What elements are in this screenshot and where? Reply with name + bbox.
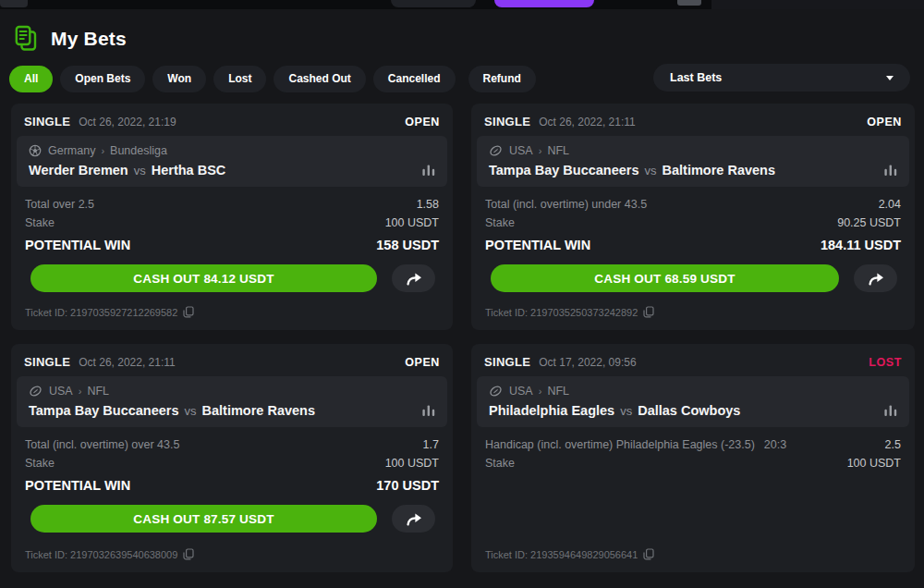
sort-dropdown-value: Last Bets	[670, 71, 722, 84]
copy-icon[interactable]	[643, 548, 654, 560]
teams-row: Tampa Bay Buccaneers vs Baltimore Ravens	[29, 403, 435, 418]
american-football-icon	[489, 385, 503, 398]
bet-card: SINGLE Oct 26, 2022, 21:11 OPEN USA › NF…	[11, 344, 453, 572]
card-actions: CASH OUT 68.59 USDT	[491, 264, 897, 292]
odds-value: 2.04	[879, 195, 901, 214]
league-separator: ›	[539, 386, 542, 397]
filter-tab-open-bets[interactable]: Open Bets	[60, 66, 145, 92]
filter-tab-won[interactable]: Won	[152, 66, 206, 92]
league-row: USA › NFL	[29, 385, 435, 398]
share-button[interactable]	[854, 264, 897, 292]
topbar-right-panel	[711, 0, 924, 9]
country-label: USA	[509, 144, 533, 157]
status-badge: LOST	[869, 356, 902, 369]
copy-icon[interactable]	[643, 306, 654, 318]
teams-row: Philadelphia Eagles vs Dallas Cowboys	[489, 403, 897, 418]
page-header: My Bets	[0, 9, 924, 54]
cash-out-button[interactable]: CASH OUT 68.59 USDT	[491, 264, 839, 292]
bet-type: SINGLE	[484, 355, 530, 369]
share-button[interactable]	[392, 505, 435, 533]
bet-type: SINGLE	[24, 355, 70, 369]
stake-label: Stake	[25, 214, 55, 232]
bet-card: SINGLE Oct 26, 2022, 21:11 OPEN USA › NF…	[471, 104, 915, 330]
away-team: Baltimore Ravens	[202, 403, 316, 418]
league-label: NFL	[547, 144, 569, 157]
bar-chart-icon[interactable]	[884, 405, 897, 416]
cash-out-button[interactable]: CASH OUT 87.57 USDT	[30, 505, 377, 533]
league-row: Germany › Bundesliga	[29, 144, 435, 157]
filter-tab-refund[interactable]: Refund	[468, 66, 536, 92]
stake-value: 100 USDT	[385, 454, 439, 472]
market-row: Total (incl. overtime) under 43.5 2.04	[485, 195, 901, 214]
filter-tab-lost[interactable]: Lost	[213, 66, 266, 92]
country-label: USA	[49, 385, 73, 398]
bar-chart-icon[interactable]	[884, 165, 897, 176]
vs-label: vs	[185, 404, 197, 418]
bet-card-header: SINGLE Oct 26, 2022, 21:11 OPEN	[471, 104, 915, 136]
bet-details: Total over 2.5 1.58 Stake 100 USDT POTEN…	[11, 187, 453, 255]
teams-row: Tampa Bay Buccaneers vs Baltimore Ravens	[489, 163, 897, 178]
bar-chart-icon[interactable]	[422, 405, 435, 416]
market-label: Total (incl. overtime) over 43.5	[25, 435, 179, 454]
filter-tab-all[interactable]: All	[9, 66, 53, 92]
potential-win-row: POTENTIAL WIN 184.11 USDT	[485, 235, 901, 255]
potential-win-label: POTENTIAL WIN	[25, 475, 130, 496]
topbar-purple-button-stub[interactable]	[494, 0, 594, 7]
stake-row: Stake 100 USDT	[25, 214, 439, 232]
share-arrow-icon	[404, 511, 424, 527]
league-label: NFL	[547, 385, 569, 398]
score-value: 20:3	[764, 435, 786, 454]
bet-date: Oct 26, 2022, 21:19	[79, 116, 176, 129]
bet-card-header: SINGLE Oct 26, 2022, 21:11 OPEN	[11, 344, 453, 376]
copy-icon[interactable]	[183, 548, 194, 560]
topbar-logo-stub	[0, 0, 28, 7]
country-label: Germany	[48, 144, 95, 157]
potential-win-value: 170 USDT	[376, 475, 439, 496]
market-label: Total over 2.5	[25, 195, 94, 214]
bet-details: Total (incl. overtime) under 43.5 2.04 S…	[471, 187, 915, 255]
away-team: Dallas Cowboys	[638, 403, 740, 418]
odds-value: 2.5	[885, 435, 901, 454]
bet-date: Oct 17, 2022, 09:56	[539, 356, 636, 369]
filter-tab-cashed-out[interactable]: Cashed Out	[274, 66, 365, 92]
league-separator: ›	[539, 145, 542, 156]
league-separator: ›	[79, 386, 82, 397]
share-button[interactable]	[392, 264, 435, 292]
american-football-icon	[29, 385, 43, 398]
stake-row: Stake 100 USDT	[25, 454, 439, 472]
league-label: NFL	[87, 385, 109, 398]
potential-win-value: 184.11 USDT	[821, 235, 901, 255]
market-left: Handicap (incl. overtime) Philadelphia E…	[485, 435, 786, 454]
stake-value: 100 USDT	[847, 454, 901, 472]
soccer-ball-icon	[29, 144, 42, 157]
bet-details: Total (incl. overtime) over 43.5 1.7 Sta…	[11, 427, 453, 496]
share-arrow-icon	[404, 271, 424, 287]
potential-win-value: 158 USDT	[376, 235, 439, 255]
copy-icon[interactable]	[183, 306, 194, 318]
site-topbar	[0, 0, 924, 9]
bet-type: SINGLE	[484, 115, 530, 129]
event-box: USA › NFL Tampa Bay Buccaneers vs Baltim…	[17, 376, 447, 427]
ticket-id: Ticket ID: 2197035927212269582	[25, 307, 177, 318]
bar-chart-icon[interactable]	[422, 165, 435, 176]
bet-cards-grid: SINGLE Oct 26, 2022, 21:19 OPEN Germany …	[11, 104, 915, 572]
market-label: Handicap (incl. overtime) Philadelphia E…	[485, 435, 755, 454]
vs-label: vs	[645, 164, 657, 178]
bet-card: SINGLE Oct 17, 2022, 09:56 LOST USA › NF…	[471, 344, 915, 572]
stake-label: Stake	[25, 454, 55, 472]
spacer	[471, 472, 915, 539]
bet-type: SINGLE	[24, 115, 70, 129]
sort-dropdown[interactable]: Last Bets	[653, 64, 910, 92]
home-team: Werder Bremen	[29, 163, 128, 178]
stake-row: Stake 100 USDT	[485, 454, 901, 472]
away-team: Baltimore Ravens	[663, 163, 776, 178]
page-title: My Bets	[51, 28, 127, 50]
card-actions: CASH OUT 84.12 USDT	[30, 264, 435, 292]
league-row: USA › NFL	[489, 385, 897, 398]
odds-value: 1.58	[417, 195, 439, 214]
bet-date: Oct 26, 2022, 21:11	[79, 356, 176, 369]
filters-row: All Open Bets Won Lost Cashed Out Cancel…	[0, 54, 924, 92]
filter-tab-cancelled[interactable]: Cancelled	[373, 66, 456, 92]
cash-out-button[interactable]: CASH OUT 84.12 USDT	[30, 264, 377, 292]
event-box: Germany › Bundesliga Werder Bremen vs He…	[17, 136, 447, 187]
